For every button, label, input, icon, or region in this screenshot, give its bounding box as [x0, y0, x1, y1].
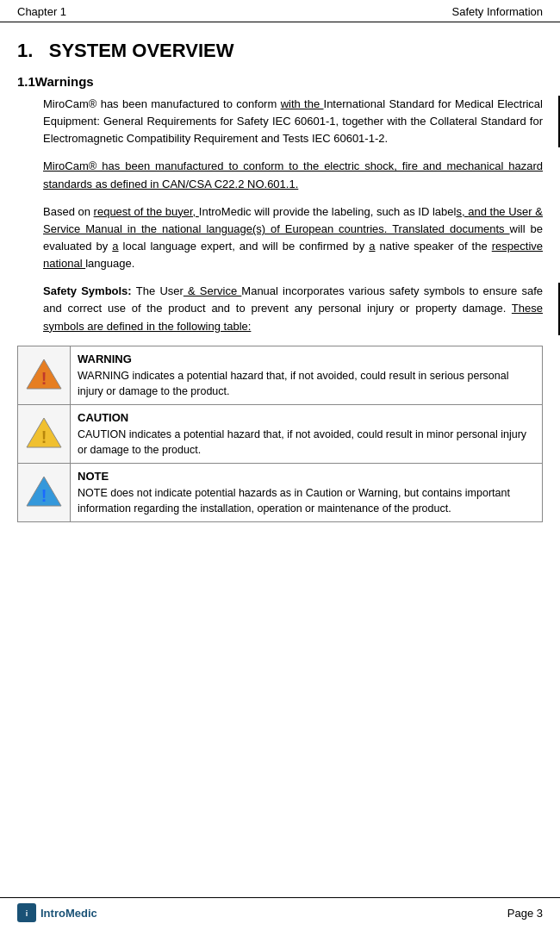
page-number: Page 3 — [507, 907, 543, 920]
triangle-icon-0: ! — [25, 357, 63, 391]
paragraph-4: Safety Symbols: The User & Service Manua… — [43, 283, 543, 334]
p3-mid1: IntroMedic will provide the labeling, su… — [199, 205, 457, 218]
p3-link: request of the buyer, — [94, 205, 199, 218]
p3-end: native speaker of the — [375, 240, 491, 253]
table-icon-0: ! — [18, 346, 71, 404]
triangle-icon-1: ! — [25, 415, 63, 450]
table-desc-1: CAUTION indicates a potential hazard tha… — [78, 427, 535, 458]
table-label-1: CAUTION — [78, 410, 535, 427]
p3-end2: language. — [85, 257, 134, 270]
table-icon-1: ! — [18, 404, 71, 463]
table-label-2: NOTE — [78, 469, 535, 485]
logo-text: IntroMedic — [40, 907, 97, 920]
table-desc-0: WARNING indicates a potential hazard tha… — [78, 368, 535, 399]
p1-text-start: MiroCam® has been manufactured to confor… — [43, 97, 281, 110]
p4-start: The User — [136, 284, 184, 297]
main-content: 1. SYSTEM OVERVIEW 1.1Warnings MiroCam® … — [0, 31, 560, 583]
chapter-title: 1. SYSTEM OVERVIEW — [17, 40, 543, 62]
svg-text:!: ! — [41, 427, 47, 446]
svg-text:i: i — [26, 909, 28, 918]
page-container: Chapter 1 Safety Information 1. SYSTEM O… — [0, 0, 560, 936]
svg-text:!: ! — [41, 369, 47, 388]
p3-start: Based on — [43, 205, 94, 218]
svg-text:!: ! — [41, 486, 47, 505]
header-section: Safety Information — [452, 5, 544, 18]
table-text-1: CAUTION CAUTION indicates a potential ha… — [71, 404, 543, 463]
p3-mid2: s, — [456, 205, 468, 218]
table-label-0: WARNING — [78, 352, 535, 368]
chapter-title-text: SYSTEM OVERVIEW — [49, 40, 234, 61]
p4-link: & Service — [184, 284, 241, 297]
safety-table: ! WARNING WARNING indicates a potential … — [17, 346, 543, 522]
page-header: Chapter 1 Safety Information — [0, 0, 560, 22]
paragraph-3: Based on request of the buyer, IntroMedi… — [43, 203, 543, 273]
header-chapter: Chapter 1 — [17, 5, 66, 18]
p1-link: with the — [281, 97, 324, 110]
table-text-0: WARNING WARNING indicates a potential ha… — [71, 346, 543, 404]
p3-mid4: local language expert, and will be confi… — [119, 240, 370, 253]
paragraph-1: MiroCam® has been manufactured to confor… — [43, 96, 543, 147]
p3-a1: a — [112, 240, 118, 253]
table-desc-2: NOTE does not indicate potential hazards… — [78, 485, 535, 516]
logo-icon: i — [17, 903, 36, 922]
table-icon-2: ! — [18, 463, 71, 521]
table-text-2: NOTE NOTE does not indicate potential ha… — [71, 463, 543, 521]
section-title: 1.1Warnings — [17, 74, 543, 89]
p4-bold: Safety Symbols: — [43, 284, 136, 297]
p2-text: MiroCam® has been manufactured to confor… — [43, 159, 543, 190]
footer-logo: i IntroMedic — [17, 903, 97, 922]
triangle-icon-2: ! — [25, 474, 63, 509]
chapter-number: 1. — [17, 40, 33, 61]
page-footer: i IntroMedic Page 3 — [0, 897, 560, 927]
paragraph-2: MiroCam® has been manufactured to confor… — [43, 158, 543, 192]
